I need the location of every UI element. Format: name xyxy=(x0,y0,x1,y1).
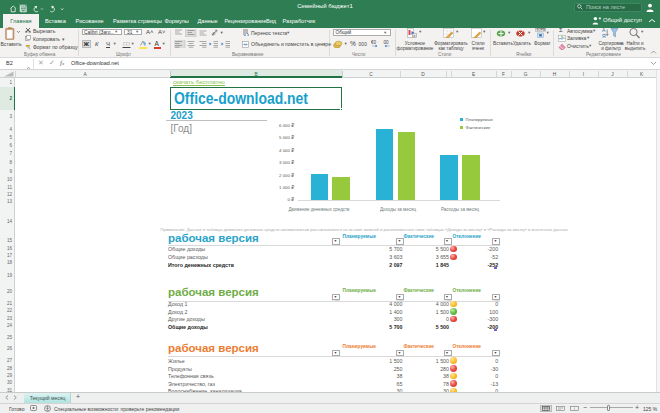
svg-text:€0: €0 xyxy=(371,40,377,45)
svg-text:я: я xyxy=(413,33,415,37)
svg-text:Я: Я xyxy=(602,33,606,39)
svg-text:ФОРМ: ФОРМ xyxy=(536,28,546,32)
svg-text:00: 00 xyxy=(383,40,389,45)
